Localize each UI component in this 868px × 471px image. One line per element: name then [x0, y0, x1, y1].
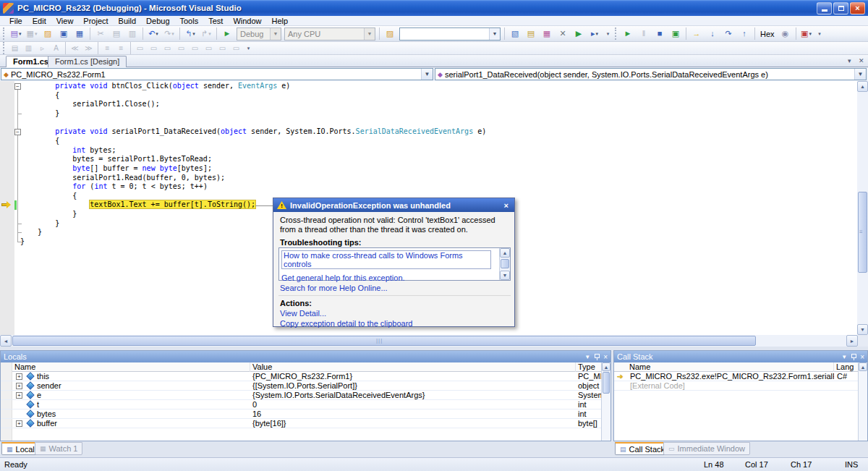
tips-scrollbar[interactable]: ▲ ▼	[499, 248, 510, 280]
continue-icon[interactable]: ►	[621, 27, 635, 41]
next-bookmark-folder-icon[interactable]: ▭	[189, 43, 201, 54]
member-list-icon[interactable]: ▤	[9, 43, 21, 54]
menu-item-view[interactable]: View	[51, 16, 79, 26]
close-panel-icon[interactable]: ×	[603, 353, 608, 361]
cut-icon[interactable]: ✂	[93, 27, 108, 41]
toolbar-grip[interactable]	[3, 27, 5, 40]
column-header-name[interactable]: Name	[12, 362, 250, 372]
previous-bookmark-folder-icon[interactable]: ▭	[175, 43, 187, 54]
solution-configurations-combo[interactable]: Debug▼	[237, 27, 281, 41]
undo-icon[interactable]: ↶▾	[146, 27, 161, 41]
redo-icon[interactable]: ↷▾	[162, 27, 176, 41]
code-line[interactable]: byte[] buffer = new byte[bytes];	[0, 164, 857, 174]
save-all-icon[interactable]: ▦	[72, 27, 87, 41]
call-stack-title-bar[interactable]: Call Stack ▼ ×	[614, 351, 867, 362]
window-position-icon[interactable]: ▼	[841, 354, 847, 360]
open-file-icon[interactable]: ▨	[41, 27, 55, 41]
close-button[interactable]: ×	[850, 2, 865, 14]
view-detail-link[interactable]: View Detail...	[280, 309, 326, 318]
exception-dialog-close-icon[interactable]: ×	[502, 201, 511, 210]
menu-item-edit[interactable]: Edit	[27, 16, 51, 26]
new-project-icon[interactable]: ▤▾	[9, 27, 23, 41]
code-line[interactable]: }	[0, 109, 857, 119]
object-browser-icon[interactable]: ▦	[540, 27, 554, 41]
code-line[interactable]: private void btnClos_Click(object sender…	[0, 82, 857, 91]
call-stack-scrollbar[interactable]: ▲	[858, 362, 867, 441]
breakpoints-window-icon[interactable]: ◉	[778, 27, 793, 41]
scroll-down-icon[interactable]: ▼	[500, 271, 510, 280]
previous-bookmark-icon[interactable]: ▭	[148, 43, 160, 54]
toolbar-overflow-icon[interactable]: ▾	[244, 42, 252, 55]
code-line[interactable]: {	[0, 91, 857, 101]
locals-row-buffer[interactable]: +buffer{byte[16]}byte[]	[1, 419, 610, 428]
menu-item-window[interactable]: Window	[228, 16, 266, 26]
locals-title-bar[interactable]: Locals ▼ ×	[1, 351, 610, 362]
comment-selection-icon[interactable]: ≡	[101, 43, 114, 54]
tool-window-tab-call-stack[interactable]: ▤Call Stack	[615, 442, 670, 455]
close-document-icon[interactable]: ✕	[859, 57, 864, 64]
next-bookmark-document-icon[interactable]: ▭	[216, 43, 229, 54]
locals-scroll-thumb[interactable]	[603, 372, 610, 394]
find-in-files-icon[interactable]: ▨	[383, 27, 397, 41]
chevron-down-icon[interactable]: ▼	[854, 69, 866, 80]
increase-indent-icon[interactable]: ≫	[82, 43, 95, 54]
navigate-backward-icon[interactable]: ↰▾	[183, 27, 197, 41]
search-help-online-link[interactable]: Search for more Help Online...	[280, 284, 388, 292]
scroll-up-icon[interactable]: ▲	[500, 248, 510, 258]
toolbox-icon[interactable]: ✕	[556, 27, 570, 41]
solution-platforms-combo[interactable]: Any CPU▼	[284, 27, 375, 41]
toolbar-grip[interactable]	[615, 27, 617, 40]
toolbar-overflow-icon[interactable]: ▾	[816, 27, 824, 41]
clear-bookmarks-icon[interactable]: ▭	[230, 43, 242, 54]
code-line[interactable]: bytes = serialPort1.BytesToRead;	[0, 155, 857, 164]
menu-item-file[interactable]: File	[4, 16, 27, 26]
toolbar-grip[interactable]	[3, 42, 5, 54]
start-page-icon[interactable]: ▶	[571, 27, 586, 41]
column-header-value[interactable]: Value	[250, 362, 576, 372]
save-icon[interactable]: ▣	[56, 27, 71, 41]
auto-hide-pin-icon[interactable]	[595, 354, 600, 360]
horizontal-scroll-thumb[interactable]	[12, 336, 756, 346]
output-window-icon[interactable]: ▣▾	[799, 27, 814, 41]
start-debugging-icon[interactable]: ►	[220, 27, 234, 41]
find-combo[interactable]: ▼	[399, 27, 501, 41]
chevron-down-icon[interactable]: ▼	[270, 28, 281, 40]
call-stack-frame[interactable]: [External Code]	[614, 381, 867, 391]
tips-scroll-thumb[interactable]	[501, 259, 509, 268]
document-tab-form1-cs-design-[interactable]: Form1.cs [Design]	[48, 56, 127, 67]
code-line[interactable]: {	[0, 137, 857, 146]
menu-item-test[interactable]: Test	[203, 16, 228, 26]
expand-icon[interactable]: +	[16, 392, 22, 399]
add-item-icon[interactable]: ▦▾	[25, 27, 39, 41]
decrease-indent-icon[interactable]: ≪	[69, 43, 81, 54]
call-stack-frame[interactable]: ➔PC_MICRO_Rs232.exe!PC_MICRO_Rs232.Form1…	[614, 372, 867, 381]
scroll-up-icon[interactable]: ▲	[859, 362, 867, 371]
step-out-icon[interactable]: ↑	[737, 27, 752, 41]
show-next-statement-icon[interactable]: →	[689, 27, 704, 41]
expand-icon[interactable]: +	[16, 373, 22, 380]
chevron-down-icon[interactable]: ▼	[489, 28, 500, 40]
menu-item-debug[interactable]: Debug	[141, 16, 174, 26]
code-line[interactable]: int bytes;	[0, 146, 857, 156]
step-into-icon[interactable]: ↓	[705, 27, 720, 41]
hex-display-toggle[interactable]: Hex	[757, 27, 778, 41]
window-position-icon[interactable]: ▼	[584, 354, 590, 360]
navigate-forward-icon[interactable]: ↱▾	[199, 27, 213, 41]
locals-row-bytes[interactable]: bytes16int	[1, 410, 610, 419]
stop-debugging-icon[interactable]: ■	[652, 27, 667, 41]
scroll-up-icon[interactable]: ▲	[857, 81, 868, 92]
types-dropdown[interactable]: ◆ PC_MICRO_Rs232.Form1 ▼	[1, 68, 433, 80]
auto-hide-pin-icon[interactable]	[851, 354, 856, 360]
column-header-lang[interactable]: Lang	[834, 362, 859, 372]
collapse-region-icon[interactable]: −	[14, 83, 21, 90]
troubleshooting-tip-link[interactable]: Get general help for this exception.	[281, 273, 405, 282]
next-bookmark-icon[interactable]: ▭	[161, 43, 174, 54]
code-line[interactable]: serialPort1.Read(buffer, 0, bytes);	[0, 174, 857, 183]
restart-icon[interactable]: ▣	[668, 27, 683, 41]
menu-item-tools[interactable]: Tools	[175, 16, 204, 26]
paste-icon[interactable]: ▥	[125, 27, 140, 41]
expand-icon[interactable]: +	[16, 420, 22, 427]
locals-row-e[interactable]: +e{System.IO.Ports.SerialDataReceivedEve…	[1, 391, 610, 400]
word-completion-icon[interactable]: A	[50, 43, 62, 54]
menu-item-build[interactable]: Build	[114, 16, 141, 26]
